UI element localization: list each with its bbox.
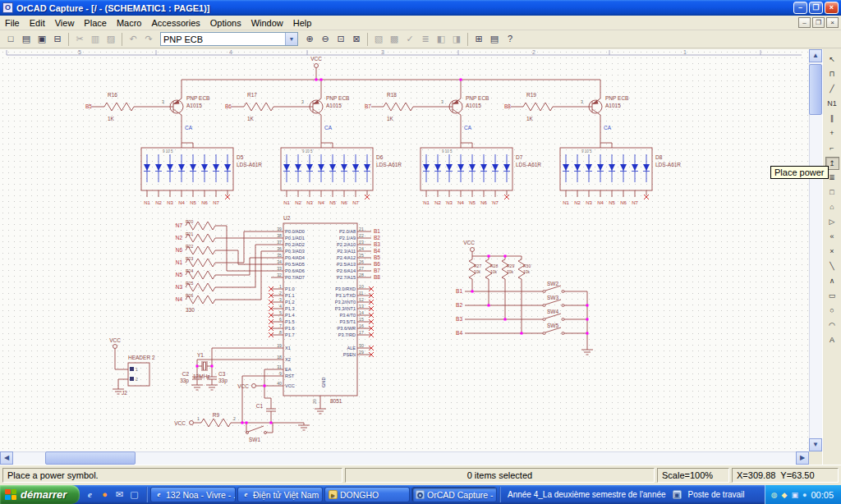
net-label[interactable]: N6 xyxy=(201,200,208,205)
display-part[interactable]: LDS-A61R xyxy=(376,162,402,167)
display-part[interactable]: LDS-A61R xyxy=(516,162,541,167)
net-label[interactable]: N3 xyxy=(176,284,183,290)
cross-reference-button[interactable]: ◧ xyxy=(434,32,448,47)
cut-button[interactable]: ✂ xyxy=(72,32,87,47)
net-label[interactable]: N4 xyxy=(597,200,604,205)
net-label[interactable]: N4 xyxy=(318,200,324,205)
transistor-type[interactable]: PNP ECB xyxy=(466,95,489,101)
capacitor-value[interactable]: 33p xyxy=(218,378,227,384)
net-label[interactable]: B5 xyxy=(85,103,92,109)
resistor-ref[interactable]: R18 xyxy=(387,92,397,98)
place-ellipse-button[interactable]: ○ xyxy=(825,305,839,318)
menu-edit[interactable]: Edit xyxy=(25,16,50,30)
task-button[interactable]: e Điện tử Việt Nam ... xyxy=(237,487,323,502)
part-combo[interactable]: PNP ECB ▼ xyxy=(160,32,298,46)
capacitor-value[interactable]: 33p xyxy=(180,378,189,384)
capacitor-ref[interactable]: C1 xyxy=(256,403,264,409)
vcc-power-label[interactable]: VCC xyxy=(310,56,322,62)
menu-view[interactable]: View xyxy=(50,16,80,30)
net-label[interactable]: N6 xyxy=(176,247,183,253)
resistor-ref[interactable]: R19 xyxy=(526,92,536,98)
copy-button[interactable]: ▥ xyxy=(88,32,103,47)
undo-button[interactable]: ↶ xyxy=(126,32,140,47)
horizontal-scroll-thumb[interactable] xyxy=(45,451,136,465)
switch-ref[interactable]: SW1 xyxy=(249,437,260,442)
task-button[interactable]: ▸ DONGHO xyxy=(324,487,410,502)
net-label[interactable]: N7 xyxy=(492,200,499,205)
capacitor-ref[interactable]: C2 xyxy=(182,371,190,377)
net-label[interactable]: N2 xyxy=(295,200,301,205)
resistor-ref[interactable]: R28 xyxy=(490,263,498,268)
desktop-item-label[interactable]: Poste de travail xyxy=(688,490,745,499)
redo-button[interactable]: ↷ xyxy=(141,32,156,47)
net-label[interactable]: N7 xyxy=(213,200,219,205)
scroll-down-icon[interactable]: ▼ xyxy=(809,438,822,451)
keypad-section[interactable]: VCC R27 R28 R29 R30 10k 10k 10k 10k B1 B… xyxy=(456,240,593,355)
connector-ref[interactable]: J2 xyxy=(122,390,127,396)
net-label[interactable]: N5 xyxy=(609,200,615,205)
zoom-in-button[interactable]: ⊕ xyxy=(302,32,317,47)
zoom-out-button[interactable]: ⊖ xyxy=(318,32,333,47)
vcc-power-label[interactable]: VCC xyxy=(109,337,121,343)
clock[interactable]: 00:05 xyxy=(811,490,834,500)
capacitor-ref[interactable]: C3 xyxy=(218,371,226,377)
crystal-value[interactable]: 12MHz xyxy=(193,373,210,379)
scroll-left-icon[interactable]: ◀ xyxy=(0,451,13,465)
resistor-value[interactable]: 1K xyxy=(247,116,255,121)
scroll-up-icon[interactable]: ▲ xyxy=(809,49,822,62)
net-label[interactable]: N1 xyxy=(176,259,183,265)
mdi-minimize-button[interactable]: – xyxy=(798,17,811,28)
resistor-value[interactable]: 1K xyxy=(526,116,534,121)
resistor-value[interactable]: 1K xyxy=(108,116,115,121)
driver-unit[interactable]: B8 3 R19 1K PNP ECB A1015 CA xyxy=(504,80,628,148)
project-manager-button[interactable]: ▤ xyxy=(487,32,502,47)
task-button[interactable]: e 132 Noa - Vivre - ... xyxy=(150,487,236,502)
transistor-type[interactable]: PNP ECB xyxy=(326,95,349,101)
header-j2[interactable]: VCC 1 2 HEADER 2 J2 xyxy=(109,337,155,396)
net-label[interactable]: N3 xyxy=(586,200,592,205)
place-bus-button[interactable]: ∥ xyxy=(825,112,839,126)
switch-ref[interactable]: SW3 xyxy=(547,295,558,300)
place-text-button[interactable]: A xyxy=(825,334,839,347)
net-label[interactable]: N3 xyxy=(306,200,313,205)
mcu-part[interactable]: 8051 xyxy=(330,398,342,404)
transistor-part[interactable]: A1015 xyxy=(186,103,202,108)
mdi-restore-button[interactable]: ❐ xyxy=(812,17,825,28)
resistor-ref[interactable]: R9 xyxy=(213,412,220,418)
zoom-area-button[interactable]: ⊡ xyxy=(333,32,348,47)
place-rectangle-button[interactable]: ▭ xyxy=(825,290,839,303)
resistor-value[interactable]: 330 xyxy=(186,307,195,313)
resistor-ref[interactable]: R30 xyxy=(523,263,531,268)
net-label-ca[interactable]: CA xyxy=(604,125,612,131)
net-label[interactable]: N6 xyxy=(480,200,487,205)
net-label[interactable]: B8 xyxy=(504,103,511,109)
new-document-button[interactable]: □ xyxy=(3,32,18,47)
resistor-value[interactable]: 1K xyxy=(387,116,394,121)
mcu-ref[interactable]: U2 xyxy=(283,215,291,221)
place-off-page-connector-button[interactable]: « xyxy=(825,231,839,244)
net-label[interactable]: B1 xyxy=(374,228,380,234)
net-label[interactable]: N4 xyxy=(178,200,185,205)
display-part[interactable]: LDS-A61R xyxy=(655,162,681,167)
volume-icon[interactable]: ◆ xyxy=(782,491,788,499)
resistor-ref[interactable]: R16 xyxy=(108,92,117,98)
resistor-network[interactable]: N7 N2 N6 N1 N5 N3 N4 R20 R21 R22 R23 R24… xyxy=(176,219,271,313)
switch-ref[interactable]: SW5 xyxy=(547,323,558,328)
zoom-all-button[interactable]: ⊠ xyxy=(349,32,364,47)
mail-icon[interactable]: ✉ xyxy=(113,488,126,501)
driver-unit[interactable]: B5 3 R16 1K PNP ECB A1015 CA xyxy=(85,80,209,148)
display-ref[interactable]: D5 xyxy=(237,154,244,160)
net-label[interactable]: B8 xyxy=(374,274,380,280)
vcc-rail[interactable]: VCC xyxy=(182,56,600,80)
led-display[interactable]: 9 10 5 N1 N2 N3 N4 N5 N6 N7 D7 LDS-A61R xyxy=(420,143,541,205)
design-rules-check-button[interactable]: ✓ xyxy=(402,32,417,47)
net-label[interactable]: N5 xyxy=(329,200,336,205)
switch-ref[interactable]: SW2 xyxy=(547,281,558,286)
snap-to-grid-button[interactable]: ⊞ xyxy=(471,32,486,47)
net-label[interactable]: N6 xyxy=(341,200,347,205)
paste-button[interactable]: ▨ xyxy=(103,32,118,47)
resistor-ref[interactable]: R17 xyxy=(247,92,257,98)
firefox-icon[interactable]: ● xyxy=(99,488,111,501)
net-label[interactable]: B7 xyxy=(374,268,380,273)
net-label[interactable]: N2 xyxy=(176,235,183,241)
